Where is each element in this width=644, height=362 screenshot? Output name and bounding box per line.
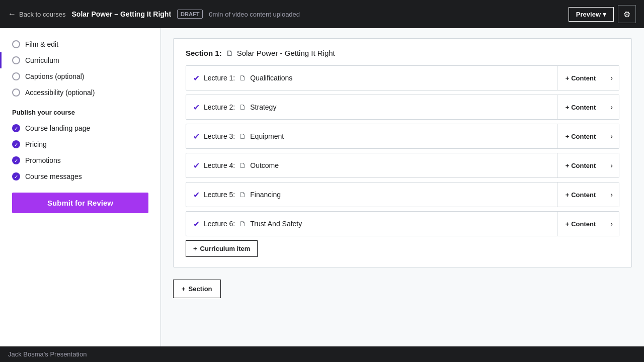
lecture-check-icon: ✔: [193, 161, 200, 170]
add-curriculum-label: Curriculum item: [200, 245, 251, 252]
lecture-row: ✔ Lecture 4: 🗋 Outcome + Content ›: [186, 153, 619, 178]
plus-icon: +: [566, 104, 570, 111]
lecture-row-right: + Content ›: [557, 66, 619, 90]
lecture-name: Qualifications: [250, 74, 292, 82]
sidebar-item-film-edit[interactable]: Film & edit: [0, 36, 160, 52]
section-number-label: Section 1:: [186, 49, 222, 57]
add-curriculum-item-button[interactable]: + Curriculum item: [186, 240, 258, 257]
submit-for-review-button[interactable]: Submit for Review: [12, 193, 148, 213]
radio-icon: [12, 88, 20, 97]
expand-lecture-button[interactable]: ›: [604, 183, 619, 207]
back-link-label: Back to courses: [19, 11, 66, 18]
lecture-name: Equipment: [250, 132, 284, 140]
lecture-row-left: ✔ Lecture 6: 🗋 Trust And Safety: [186, 214, 557, 234]
back-arrow-icon: ←: [8, 10, 16, 19]
lecture-check-icon: ✔: [193, 219, 200, 229]
sidebar-promotions-label: Promotions: [25, 156, 61, 164]
expand-lecture-button[interactable]: ›: [604, 212, 619, 236]
lecture-label: Lecture 6:: [204, 220, 235, 228]
add-content-label: Content: [571, 162, 596, 169]
lecture-label: Lecture 3:: [204, 132, 235, 140]
radio-icon: [12, 72, 20, 80]
sidebar-accessibility-label: Accessibility (optional): [25, 88, 95, 97]
plus-icon: +: [566, 74, 570, 82]
lecture-row-right: + Content ›: [557, 153, 619, 177]
add-content-button[interactable]: + Content: [557, 153, 604, 177]
add-content-label: Content: [571, 220, 596, 228]
sidebar-film-edit-label: Film & edit: [25, 40, 58, 48]
radio-icon: [12, 40, 20, 48]
add-content-label: Content: [571, 74, 596, 82]
chevron-down-icon: ›: [610, 161, 613, 169]
topbar-right: Preview ▾ ⚙: [569, 5, 636, 23]
publish-heading: Publish your course: [0, 101, 160, 120]
radio-icon: [12, 56, 20, 64]
footer-bar: Jack Bosma's Presentation: [0, 346, 644, 362]
chevron-down-icon: ›: [610, 191, 613, 199]
lecture-doc-icon: 🗋: [239, 103, 246, 111]
sidebar-item-promotions[interactable]: ✓ Promotions: [0, 152, 160, 168]
add-content-button[interactable]: + Content: [557, 183, 604, 207]
sidebar-item-captions[interactable]: Captions (optional): [0, 68, 160, 84]
lecture-check-icon: ✔: [193, 132, 200, 141]
section-doc-icon: 🗋: [226, 49, 233, 57]
check-icon: ✓: [12, 172, 20, 180]
plus-icon: +: [566, 191, 570, 199]
lecture-row-left: ✔ Lecture 2: 🗋 Strategy: [186, 98, 557, 117]
lecture-label: Lecture 4:: [204, 161, 235, 169]
expand-lecture-button[interactable]: ›: [604, 124, 619, 148]
add-content-button[interactable]: + Content: [557, 124, 604, 148]
topbar: ← Back to courses Solar Power – Getting …: [0, 0, 644, 28]
check-icon: ✓: [12, 156, 20, 164]
sidebar-course-messages-label: Course messages: [25, 172, 82, 180]
add-content-button[interactable]: + Content: [557, 212, 604, 236]
lecture-doc-icon: 🗋: [239, 74, 246, 82]
lecture-check-icon: ✔: [193, 190, 200, 200]
plus-icon: +: [566, 133, 570, 140]
lecture-name: Financing: [250, 191, 281, 199]
lecture-row-left: ✔ Lecture 4: 🗋 Outcome: [186, 156, 557, 175]
add-content-button[interactable]: + Content: [557, 95, 604, 119]
gear-icon: ⚙: [623, 10, 630, 19]
add-content-label: Content: [571, 104, 596, 111]
sidebar-item-course-landing[interactable]: ✓ Course landing page: [0, 120, 160, 136]
sidebar: Film & edit Curriculum Captions (optiona…: [0, 28, 161, 362]
expand-lecture-button[interactable]: ›: [604, 66, 619, 90]
chevron-down-icon: ›: [610, 132, 613, 140]
sidebar-item-curriculum[interactable]: Curriculum: [0, 52, 160, 68]
lecture-name: Trust And Safety: [250, 220, 302, 228]
expand-lecture-button[interactable]: ›: [604, 153, 619, 177]
chevron-down-icon: ›: [610, 103, 613, 111]
lecture-row: ✔ Lecture 2: 🗋 Strategy + Content ›: [186, 95, 619, 120]
sidebar-item-course-messages[interactable]: ✓ Course messages: [0, 168, 160, 185]
course-title: Solar Power – Getting It Right: [72, 10, 172, 18]
lecture-row: ✔ Lecture 1: 🗋 Qualifications + Content …: [186, 65, 619, 90]
back-to-courses-link[interactable]: ← Back to courses: [8, 10, 66, 19]
lecture-doc-icon: 🗋: [239, 132, 246, 140]
preview-button[interactable]: Preview ▾: [569, 7, 614, 22]
settings-gear-button[interactable]: ⚙: [618, 5, 636, 23]
add-content-label: Content: [571, 133, 596, 140]
add-section-button[interactable]: + Section: [173, 280, 221, 298]
plus-icon: +: [566, 162, 570, 169]
sidebar-item-pricing[interactable]: ✓ Pricing: [0, 136, 160, 152]
lecture-name: Outcome: [250, 161, 279, 169]
lecture-label: Lecture 2:: [204, 103, 235, 111]
lecture-row-left: ✔ Lecture 5: 🗋 Financing: [186, 185, 557, 205]
preview-label: Preview: [576, 11, 601, 18]
plus-icon: +: [193, 245, 197, 252]
lecture-label: Lecture 5:: [204, 191, 235, 199]
lecture-row-left: ✔ Lecture 3: 🗋 Equipment: [186, 127, 557, 146]
plus-icon: +: [566, 220, 570, 228]
chevron-down-icon: ›: [610, 74, 613, 82]
lecture-row-right: + Content ›: [557, 183, 619, 207]
main-content: Section 1: 🗋 Solar Power - Getting It Ri…: [161, 28, 644, 362]
lecture-doc-icon: 🗋: [239, 161, 246, 169]
preview-chevron-icon: ▾: [603, 11, 606, 18]
sidebar-item-accessibility[interactable]: Accessibility (optional): [0, 84, 160, 101]
add-content-button[interactable]: + Content: [557, 66, 604, 90]
lecture-row: ✔ Lecture 3: 🗋 Equipment + Content ›: [186, 124, 619, 149]
expand-lecture-button[interactable]: ›: [604, 95, 619, 119]
check-icon: ✓: [12, 124, 20, 132]
sidebar-course-landing-label: Course landing page: [25, 124, 90, 132]
